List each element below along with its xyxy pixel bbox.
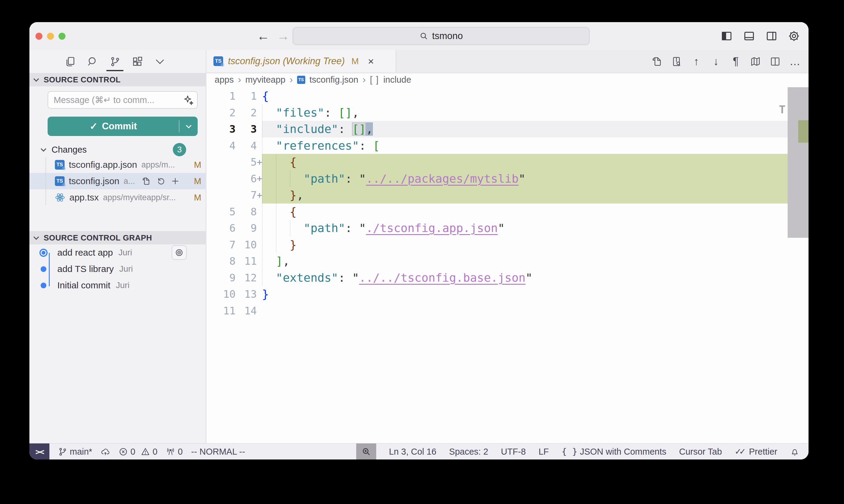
breadcrumb: apps › myviteapp › TS tsconfig.json › [ … <box>207 74 809 86</box>
close-window-button[interactable] <box>35 33 42 40</box>
commit-row[interactable]: Initial commit Juri <box>30 277 206 293</box>
modified-line-number: 8 <box>236 206 257 218</box>
notifications-status-item[interactable] <box>790 447 799 456</box>
code-line[interactable]: 1114 <box>207 303 809 319</box>
next-change-arrow-down-icon[interactable]: ↓ <box>710 56 722 67</box>
code-token: } <box>262 287 269 301</box>
split-editor-icon[interactable] <box>770 56 781 67</box>
file-row-tsconfig-json[interactable]: TS tsconfig.json a... M <box>30 173 206 189</box>
code-line[interactable]: 6+ "path": "../../packages/mytslib" <box>207 170 809 187</box>
commit-author: Juri <box>118 248 132 257</box>
branch-status-item[interactable]: main* <box>58 447 92 457</box>
code-editor[interactable]: 11{22 "files": [],33 "include": [],44 "r… <box>207 86 809 443</box>
discard-changes-icon[interactable] <box>156 177 165 186</box>
previous-change-arrow-up-icon[interactable]: ↑ <box>691 56 702 67</box>
formatter-label: Prettier <box>749 447 777 457</box>
more-views-chevron-icon[interactable] <box>153 52 167 71</box>
file-row-tsconfig-app-json[interactable]: TS tsconfig.app.json apps/m... M <box>30 157 206 173</box>
code-line[interactable]: 22 "files": [], <box>207 105 809 121</box>
code-token: " <box>359 221 366 235</box>
code-line[interactable]: 44 "references": [ <box>207 138 809 154</box>
encoding: UTF-8 <box>501 447 526 457</box>
breadcrumb-item-myviteapp[interactable]: myviteapp <box>245 75 285 85</box>
ports-status-item[interactable]: 0 <box>166 447 183 457</box>
commit-button[interactable]: ✓ Commit <box>48 116 198 136</box>
code-line[interactable]: 912 "extends": "../../tsconfig.base.json… <box>207 270 809 286</box>
toggle-primary-sidebar-icon[interactable] <box>721 30 733 42</box>
indent-guide <box>262 203 262 220</box>
code-token: { <box>290 156 297 169</box>
commit-row[interactable]: add react app Juri <box>30 245 206 261</box>
encoding-status-item[interactable]: UTF-8 <box>501 447 526 457</box>
modified-line-number: 1 <box>236 90 257 102</box>
source-control-view-icon[interactable] <box>108 52 122 71</box>
toggle-panel-icon[interactable] <box>743 30 755 42</box>
extensions-icon[interactable] <box>131 52 144 71</box>
vim-mode-indicator[interactable]: -- NORMAL -- <box>191 447 245 457</box>
code-line[interactable]: 5+ { <box>207 154 809 170</box>
code-line[interactable]: 7+ }, <box>207 187 809 203</box>
cursor-tab-status-item[interactable]: Cursor Tab <box>679 447 722 457</box>
problems-status-item[interactable]: 0 0 <box>119 447 157 457</box>
code-line[interactable]: 69 "path": "./tsconfig.app.json" <box>207 220 809 237</box>
navigate-forward-icon[interactable]: → <box>277 30 290 42</box>
breadcrumb-item-apps[interactable]: apps <box>214 75 234 85</box>
commit-message-input[interactable] <box>48 91 198 109</box>
file-path: apps/myviteapp/sr... <box>103 193 176 202</box>
more-actions-ellipsis-icon[interactable]: … <box>789 56 800 67</box>
breadcrumb-item-tsconfig-json[interactable]: tsconfig.json <box>310 75 358 85</box>
stage-changes-plus-icon[interactable] <box>171 177 180 186</box>
goto-current-history-item-button[interactable] <box>172 245 187 260</box>
code-line[interactable]: 58 { <box>207 203 809 220</box>
code-token: , <box>296 188 304 202</box>
diff-added-plus-sign: + <box>257 190 262 200</box>
check-icon: ✓ <box>89 121 98 132</box>
indent-guide <box>262 138 262 154</box>
open-file-icon[interactable] <box>142 177 151 186</box>
indentation-status-item[interactable]: Spaces: 2 <box>449 447 488 457</box>
source-control-section-header[interactable]: SOURCE CONTROL <box>30 73 206 86</box>
close-tab-icon[interactable]: × <box>368 56 374 66</box>
formatter-status-item[interactable]: ✓✓ Prettier <box>735 447 777 457</box>
indent-guide <box>262 270 262 286</box>
cursor-position: Ln 3, Col 16 <box>389 447 436 457</box>
zoom-window-button[interactable] <box>58 33 66 40</box>
breadcrumb-item-include[interactable]: include <box>383 75 411 85</box>
commit-dropdown-button[interactable] <box>179 125 198 128</box>
toggle-secondary-sidebar-icon[interactable] <box>765 30 778 42</box>
generate-commit-message-sparkle-icon[interactable] <box>183 95 194 106</box>
changes-group-header[interactable]: Changes 3 <box>30 143 206 157</box>
explorer-icon[interactable] <box>63 52 77 71</box>
editor-region: TS tsconfig.json (Working Tree) M × ↑ <box>207 50 809 443</box>
map-icon[interactable] <box>750 56 761 67</box>
search-view-icon[interactable] <box>86 52 99 71</box>
open-changes-icon[interactable] <box>651 56 663 67</box>
commit-row[interactable]: add TS library Juri <box>30 261 206 277</box>
sync-status-item[interactable] <box>101 447 110 456</box>
path-link-token: ../../tsconfig.base.json <box>359 271 526 284</box>
tab-modified-badge: M <box>351 56 359 66</box>
file-row-app-tsx[interactable]: app.tsx apps/myviteapp/sr... M <box>30 189 206 206</box>
modified-line-number: 2 <box>236 107 257 119</box>
code-line[interactable]: 710 } <box>207 237 809 253</box>
inline-view-icon[interactable] <box>671 56 683 67</box>
screencast-zoom-status-item[interactable] <box>356 444 376 460</box>
code-line[interactable]: 33 "include": [], <box>207 121 809 138</box>
cursor-position-status-item[interactable]: Ln 3, Col 16 <box>389 447 436 457</box>
minimize-window-button[interactable] <box>47 33 54 40</box>
remote-indicator[interactable]: >< <box>30 444 49 460</box>
code-line[interactable]: 11{ <box>207 88 809 105</box>
navigate-back-icon[interactable]: ← <box>257 30 270 42</box>
settings-gear-icon[interactable] <box>788 30 800 42</box>
code-line[interactable]: 1013} <box>207 286 809 303</box>
breadcrumb-separator: › <box>363 74 366 85</box>
render-whitespace-pilcrow-icon[interactable]: ¶ <box>730 56 742 67</box>
eol-status-item[interactable]: LF <box>538 447 549 457</box>
tab-title: tsconfig.json (Working Tree) <box>228 56 345 67</box>
code-line[interactable]: 811 ], <box>207 253 809 270</box>
language-mode-status-item[interactable]: { } JSON with Comments <box>562 447 666 457</box>
source-control-graph-section-header[interactable]: SOURCE CONTROL GRAPH <box>30 231 206 245</box>
tab-tsconfig-json-working-tree[interactable]: TS tsconfig.json (Working Tree) M × <box>207 50 396 72</box>
command-center-search[interactable]: tsmono <box>293 27 590 45</box>
ports-count: 0 <box>178 447 183 457</box>
